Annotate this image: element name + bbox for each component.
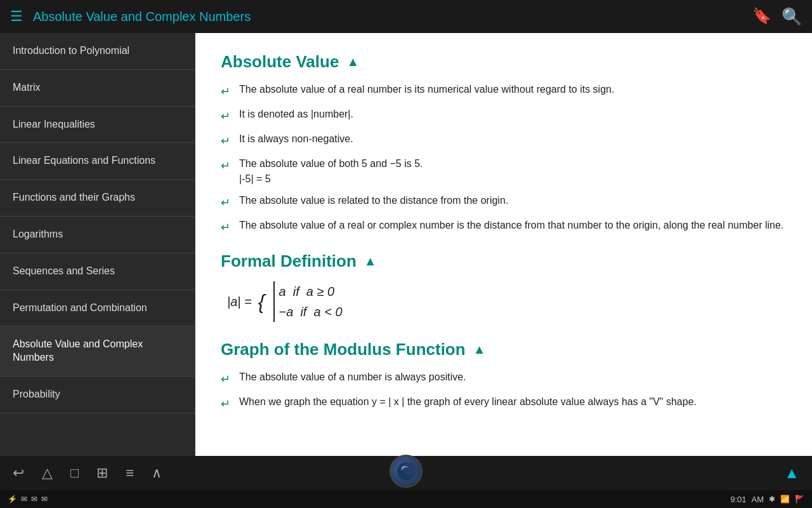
bullet-item: ↵ It is always non-negative. (221, 131, 787, 150)
sidebar-item-functions-graphs[interactable]: Functions and their Graphs (0, 180, 195, 217)
formula-block: |a| = { a if a ≥ 0 −a if a < 0 (221, 281, 787, 322)
message-icon-3: ✉ (41, 495, 48, 504)
home-logo[interactable] (390, 455, 422, 488)
sidebar-item-linear-equations[interactable]: Linear Equations and Functions (0, 143, 195, 180)
bullet-icon: ↵ (221, 396, 230, 413)
bullet-icon: ↵ (221, 219, 230, 236)
bullet-icon: ↵ (221, 133, 230, 150)
sidebar-item-permutation-combination[interactable]: Permutation and Combination (0, 290, 195, 327)
top-icons: 🔖 🔍 (752, 7, 802, 27)
absolute-value-title: Absolute Value (221, 52, 339, 72)
formal-definition-collapse[interactable]: ▲ (364, 254, 377, 269)
bullet-item: ↵ It is denoted as |number|. (221, 107, 787, 125)
absolute-value-header: Absolute Value ▲ (221, 52, 787, 72)
modulus-graph-collapse[interactable]: ▲ (473, 342, 486, 357)
bullet-item: ↵ When we graph the equation y = | x | t… (221, 394, 787, 413)
bookmark-icon[interactable]: 🔖 (752, 7, 771, 27)
bullet-item: ↵ The absolute value of a real number is… (221, 82, 787, 100)
absolute-value-bullets: ↵ The absolute value of a real number is… (221, 82, 787, 236)
bottom-nav-icons: ↩ △ □ ⊞ ≡ ∧ (13, 465, 162, 481)
recents-icon[interactable]: □ (70, 465, 79, 481)
scroll-up-button[interactable]: ▲ (784, 464, 799, 482)
home-nav-icon[interactable]: △ (42, 465, 53, 481)
bullet-text: When we graph the equation y = | x | the… (239, 394, 787, 410)
bullet-icon: ↵ (221, 157, 230, 175)
bullet-item: ↵ The absolute value of a number is alwa… (221, 370, 787, 388)
modulus-graph-bullets: ↵ The absolute value of a number is alwa… (221, 370, 787, 413)
absolute-value-collapse[interactable]: ▲ (346, 55, 359, 69)
menu-icon[interactable]: ≡ (126, 465, 134, 481)
time-display: 9:01 (730, 495, 746, 504)
top-title: Absolute Value and Complex Numbers (33, 10, 752, 24)
brace-system: a if a ≥ 0 −a if a < 0 (273, 281, 342, 322)
back-icon[interactable]: ↩ (13, 465, 24, 481)
bullet-item: ↵ The absolute value of a real or comple… (221, 218, 787, 236)
bottom-right-area: ▲ (784, 464, 799, 482)
status-right: 9:01 AM ✱ 📶 🚩 (730, 495, 804, 504)
usb-icon: ⚡ (8, 495, 17, 504)
bullet-text: The absolute value is related to the dis… (239, 193, 787, 208)
top-bar: ☰ Absolute Value and Complex Numbers 🔖 🔍 (0, 0, 812, 33)
bullet-text: The absolute value of a real number is i… (239, 82, 787, 97)
bullet-icon: ↵ (221, 371, 230, 388)
sidebar-item-linear-inequalities[interactable]: Linear Inequalities (0, 107, 195, 144)
flag-icon: 🚩 (795, 495, 804, 504)
sidebar-item-matrix[interactable]: Matrix (0, 70, 195, 107)
bullet-text: The absolute value of a number is always… (239, 370, 787, 385)
sidebar-item-absolute-value[interactable]: Absolute Value and Complex Numbers (0, 326, 195, 377)
message-icon-2: ✉ (31, 495, 37, 504)
sidebar-item-sequences-series[interactable]: Sequences and Series (0, 253, 195, 290)
main-area: Introduction to PolynomialMatrixLinear I… (0, 33, 812, 456)
crescent-logo (395, 460, 417, 482)
sidebar-item-probability[interactable]: Probability (0, 377, 195, 413)
modulus-graph-title: Graph of the Modulus Function (221, 340, 466, 359)
home-logo-circle (390, 455, 422, 488)
sidebar: Introduction to PolynomialMatrixLinear I… (0, 33, 195, 456)
search-icon[interactable]: 🔍 (782, 7, 802, 27)
formula-case-1: a if a ≥ 0 (278, 281, 342, 302)
svg-point-1 (403, 462, 416, 475)
bullet-item: ↵ The absolute value of both 5 and −5 is… (221, 156, 787, 187)
formula-lhs: |a| = (227, 295, 252, 309)
ampm-display: AM (752, 495, 764, 504)
bottom-bar: ↩ △ □ ⊞ ≡ ∧ ▲ (0, 456, 812, 490)
bullet-item: ↵ The absolute value is related to the d… (221, 193, 787, 211)
sidebar-item-intro-polynomial[interactable]: Introduction to Polynomial (0, 33, 195, 70)
bullet-icon: ↵ (221, 194, 230, 211)
status-bar: ⚡ ✉ ✉ ✉ 9:01 AM ✱ 📶 🚩 (0, 490, 812, 508)
status-left: ⚡ ✉ ✉ ✉ (8, 495, 48, 504)
hamburger-icon[interactable]: ☰ (10, 8, 23, 25)
up-nav-icon[interactable]: ∧ (152, 465, 162, 481)
wifi-icon: 📶 (780, 495, 790, 504)
sidebar-item-logarithms[interactable]: Logarithms (0, 217, 195, 253)
bluetooth-icon: ✱ (769, 495, 775, 504)
bullet-text: The absolute value of both 5 and −5 is 5… (239, 156, 787, 187)
modulus-graph-header: Graph of the Modulus Function ▲ (221, 340, 787, 359)
formal-definition-title: Formal Definition (221, 251, 357, 271)
bullet-text: The absolute value of a real or complex … (239, 218, 787, 233)
formula-line: |a| = { a if a ≥ 0 −a if a < 0 (227, 281, 787, 322)
content-panel: Absolute Value ▲ ↵ The absolute value of… (195, 33, 812, 456)
grid-icon[interactable]: ⊞ (96, 465, 108, 481)
bullet-icon: ↵ (221, 108, 230, 125)
bullet-icon: ↵ (221, 83, 230, 100)
formula-case-2: −a if a < 0 (278, 302, 342, 322)
formal-definition-header: Formal Definition ▲ (221, 251, 787, 271)
bullet-text: It is denoted as |number|. (239, 107, 787, 122)
bullet-text: It is always non-negative. (239, 131, 787, 147)
message-icon-1: ✉ (21, 495, 27, 504)
